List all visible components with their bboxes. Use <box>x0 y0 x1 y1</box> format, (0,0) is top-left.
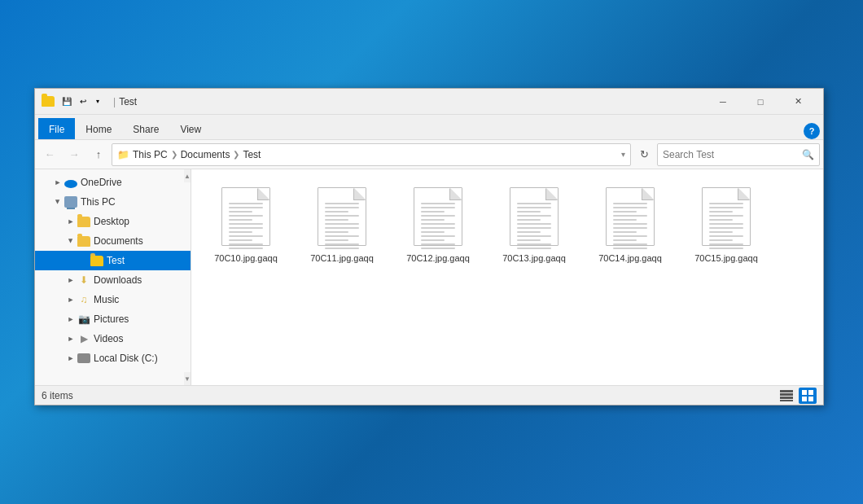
file-label: 70C11.jpg.gaqq <box>310 252 374 264</box>
arrow-music: ► <box>64 293 77 306</box>
qa-undo-btn[interactable]: ↩ <box>76 94 90 109</box>
sidebar-label-desktop: Desktop <box>94 216 184 227</box>
sidebar-label-music: Music <box>94 294 184 305</box>
window-controls: ─ □ ✕ <box>704 89 817 115</box>
arrow-videos: ► <box>64 332 77 345</box>
svg-rect-0 <box>780 390 793 392</box>
tiles-view-icon <box>802 390 813 401</box>
arrow-onedrive: ► <box>51 176 64 189</box>
file-item-file3[interactable]: 70C12.jpg.gaqq <box>393 179 483 270</box>
qa-save-btn[interactable]: 💾 <box>59 94 74 109</box>
item-count: 6 items <box>42 390 774 401</box>
sidebar-item-downloads[interactable]: ► ⬇ Downloads <box>35 270 191 290</box>
file-icon <box>220 186 272 248</box>
qa-dropdown-arrow[interactable]: ▾ <box>92 94 103 109</box>
svg-rect-3 <box>780 400 793 401</box>
sidebar-label-pictures: Pictures <box>94 313 184 325</box>
sidebar-item-localdisk[interactable]: ► Local Disk (C:) <box>35 348 191 368</box>
search-input[interactable] <box>663 149 802 160</box>
breadcrumb-thispc[interactable]: This PC <box>133 149 168 160</box>
tab-home[interactable]: Home <box>75 118 122 139</box>
svg-rect-5 <box>808 390 813 395</box>
breadcrumb-test[interactable]: Test <box>243 149 261 160</box>
sidebar-item-videos[interactable]: ► ▶ Videos <box>35 329 191 348</box>
sidebar-item-pictures[interactable]: ► 📷 Pictures <box>35 309 191 329</box>
svg-rect-7 <box>808 397 813 401</box>
hdd-icon <box>77 352 90 365</box>
maximize-button[interactable]: □ <box>742 89 779 115</box>
search-icon[interactable]: 🔍 <box>802 149 814 160</box>
window-icon <box>42 95 55 108</box>
forward-button[interactable]: → <box>63 143 85 166</box>
explorer-window: 💾 ↩ ▾ | Test ─ □ ✕ File Home Share View … <box>34 88 824 405</box>
music-icon: ♫ <box>77 293 90 306</box>
sidebar-label-downloads: Downloads <box>94 274 184 286</box>
quick-access-bar: 💾 ↩ ▾ <box>42 94 103 109</box>
status-bar: 6 items <box>35 385 823 405</box>
sidebar-item-desktop[interactable]: ► Desktop <box>35 212 191 231</box>
breadcrumb-documents[interactable]: Documents <box>181 149 230 160</box>
folder-icon-address: 📁 <box>117 149 129 160</box>
main-content: 70C10.jpg.gaqq <box>191 169 823 385</box>
sidebar: ▲ ► OneDrive ► This PC ► <box>35 169 191 385</box>
close-button[interactable]: ✕ <box>779 89 817 115</box>
address-bar[interactable]: 📁 This PC ❯ Documents ❯ Test ▾ <box>112 143 631 166</box>
file-label: 70C14.jpg.gaqq <box>598 252 662 264</box>
svg-rect-6 <box>802 397 807 401</box>
sep1: ❯ <box>171 150 177 159</box>
svg-rect-4 <box>802 390 807 395</box>
sidebar-item-test[interactable]: ► Test <box>35 251 191 270</box>
sidebar-label-videos: Videos <box>94 333 184 344</box>
tab-share[interactable]: Share <box>122 118 169 139</box>
file-item-file2[interactable]: 70C11.jpg.gaqq <box>297 179 387 270</box>
sidebar-label-documents: Documents <box>94 235 184 247</box>
arrow-localdisk: ► <box>64 352 77 365</box>
test-folder-icon <box>90 254 103 267</box>
pictures-icon: 📷 <box>77 313 90 326</box>
file-item-file1[interactable]: 70C10.jpg.gaqq <box>201 179 291 270</box>
title-bar: 💾 ↩ ▾ | Test ─ □ ✕ <box>35 89 823 115</box>
arrow-desktop: ► <box>64 215 77 228</box>
nav-bar: ← → ↑ 📁 This PC ❯ Documents ❯ Test ▾ ↻ 🔍 <box>35 140 823 169</box>
address-dropdown-arrow[interactable]: ▾ <box>621 150 625 159</box>
file-label: 70C12.jpg.gaqq <box>406 252 470 264</box>
file-icon <box>604 186 656 248</box>
title-separator: | <box>113 96 116 107</box>
file-icon <box>700 186 752 248</box>
help-button[interactable]: ? <box>804 123 820 139</box>
onedrive-icon <box>64 176 77 189</box>
documents-folder-icon <box>77 234 90 248</box>
tab-file[interactable]: File <box>38 118 75 139</box>
up-button[interactable]: ↑ <box>87 143 110 166</box>
details-view-icon <box>780 390 793 401</box>
tiles-view-button[interactable] <box>799 388 817 404</box>
file-item-file5[interactable]: 70C14.jpg.gaqq <box>585 179 675 270</box>
videos-icon: ▶ <box>77 332 90 345</box>
search-bar[interactable]: 🔍 <box>657 143 820 166</box>
back-button[interactable]: ← <box>38 143 61 166</box>
details-view-button[interactable] <box>778 388 795 404</box>
sidebar-item-thispc[interactable]: ► This PC <box>35 192 191 212</box>
pc-icon <box>64 195 77 208</box>
file-item-file4[interactable]: 70C13.jpg.gaqq <box>489 179 579 270</box>
refresh-button[interactable]: ↻ <box>633 143 655 166</box>
content-area: ▲ ► OneDrive ► This PC ► <box>35 169 823 385</box>
minimize-button[interactable]: ─ <box>704 89 742 115</box>
tab-view[interactable]: View <box>169 118 212 139</box>
svg-rect-2 <box>780 397 793 399</box>
sidebar-item-documents[interactable]: ► Documents <box>35 231 191 251</box>
sidebar-scroll-down[interactable]: ▼ <box>184 372 191 385</box>
arrow-thispc: ► <box>51 195 64 208</box>
file-label: 70C15.jpg.gaqq <box>694 252 758 264</box>
sidebar-item-music[interactable]: ► ♫ Music <box>35 290 191 309</box>
downloads-icon: ⬇ <box>77 274 90 287</box>
arrow-pictures: ► <box>64 313 77 326</box>
sidebar-label-test: Test <box>107 255 184 266</box>
sidebar-item-onedrive[interactable]: ► OneDrive <box>35 173 191 192</box>
file-item-file6[interactable]: 70C15.jpg.gaqq <box>681 179 771 270</box>
desktop-folder-icon <box>77 215 90 228</box>
file-icon <box>316 186 368 248</box>
ribbon-tabs: File Home Share View ? <box>35 115 823 139</box>
sidebar-label-onedrive: OneDrive <box>81 177 184 188</box>
file-label: 70C10.jpg.gaqq <box>214 252 278 264</box>
